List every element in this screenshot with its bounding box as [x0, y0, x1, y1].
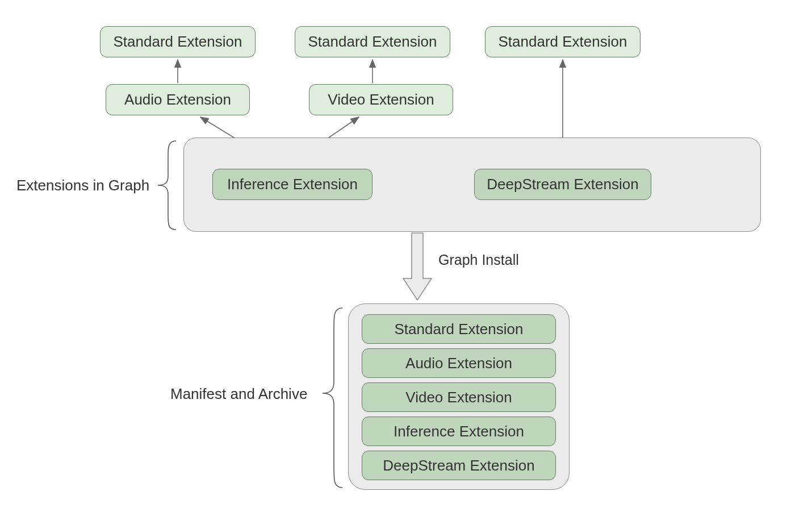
node-label: DeepStream Extension: [383, 457, 534, 474]
node-label: Inference Extension: [394, 423, 524, 440]
archive-item: DeepStream Extension: [362, 451, 556, 480]
node-label: Video Extension: [405, 389, 512, 406]
label-manifest-archive: Manifest and Archive: [170, 385, 307, 403]
label-extensions-in-graph: Extensions in Graph: [16, 177, 149, 194]
node-label: Audio Extension: [124, 91, 231, 109]
archive-item: Standard Extension: [362, 314, 556, 344]
node-label: Standard Extension: [114, 33, 242, 51]
node-deepstream: DeepStream Extension: [474, 169, 651, 200]
archive-item: Inference Extension: [362, 417, 556, 446]
node-video: Video Extension: [309, 84, 453, 115]
node-label: Standard Extension: [308, 33, 437, 51]
archive-item: Video Extension: [362, 382, 556, 412]
archive-item: Audio Extension: [362, 348, 556, 378]
diagram-canvas: Standard Extension Standard Extension St…: [0, 0, 812, 512]
node-label: Standard Extension: [499, 33, 627, 51]
node-label: Video Extension: [328, 91, 434, 109]
node-standard-1: Standard Extension: [100, 26, 256, 57]
node-label: DeepStream Extension: [487, 176, 638, 193]
node-inference: Inference Extension: [212, 169, 372, 200]
brace-extensions: [158, 141, 176, 230]
graph-install-arrow: [403, 233, 432, 300]
node-audio: Audio Extension: [106, 84, 250, 115]
node-label: Standard Extension: [395, 320, 524, 338]
node-standard-3: Standard Extension: [485, 26, 641, 57]
node-label: Audio Extension: [405, 355, 512, 372]
node-standard-2: Standard Extension: [295, 26, 450, 57]
label-graph-install: Graph Install: [438, 252, 519, 268]
brace-manifest: [323, 308, 342, 488]
node-label: Inference Extension: [227, 176, 358, 193]
